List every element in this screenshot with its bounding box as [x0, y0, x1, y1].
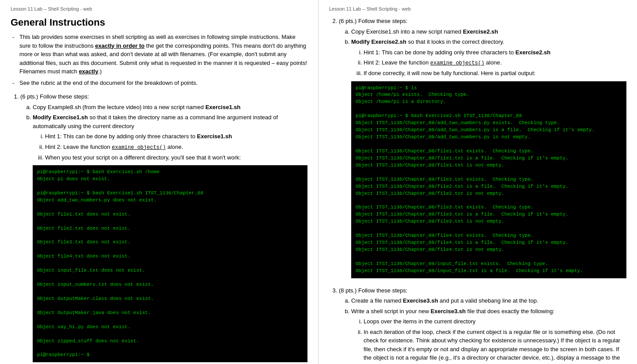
q3-roman-list: Loops over the items in the current dire… [351, 317, 626, 364]
q2-b: Modify Exercise2.sh so that it looks in … [351, 38, 626, 278]
q3-sub-1: Loops over the items in the current dire… [364, 317, 626, 326]
q2-hint1: Hint 1: This can be done by adding only … [364, 48, 626, 57]
q1-hint3: When you test your script on a different… [45, 153, 307, 162]
right-page: Lesson 11 Lab – Shell Scripting - web (6… [318, 0, 637, 364]
left-page: Lesson 11 Lab – Shell Scripting - web Ge… [0, 0, 318, 364]
intro-item-1: This lab provides some exercises in shel… [11, 33, 307, 76]
q1-b: Modify Exercise1.sh so that it takes the… [33, 113, 307, 362]
intro-list: This lab provides some exercises in shel… [11, 33, 307, 87]
q2-alpha-list: Copy Exercise1.sh into a new script name… [339, 27, 626, 278]
q2-a: Copy Exercise1.sh into a new script name… [351, 27, 626, 36]
intro-item-2: See the rubric at the end of the documen… [11, 79, 307, 87]
question-3: (8 pts.) Follow these steps: Create a fi… [339, 286, 626, 364]
question-1: (6 pts.) Follow these steps: Copy Exampl… [20, 92, 307, 364]
terminal-2: pi@raspberrypi:~ $ ls Object /home/pi ex… [351, 81, 626, 278]
q2-roman-list: Hint 1: This can be done by adding only … [351, 48, 626, 78]
q2-hint3: If done correctly, it will now be fully … [364, 69, 626, 78]
left-header: Lesson 11 Lab – Shell Scripting - web [11, 6, 307, 11]
question-list: (6 pts.) Follow these steps: Copy Exampl… [11, 92, 307, 364]
q3-a: Create a file named Exercise3.sh and put… [351, 296, 626, 305]
right-question-list: (6 pts.) Follow these steps: Copy Exerci… [329, 17, 626, 364]
q1-a: Copy Example8.sh (from the lecture video… [33, 103, 307, 112]
question-2: (6 pts.) Follow these steps: Copy Exerci… [339, 17, 626, 278]
q1-hint2: Hint 2: Leave the function examine_objec… [45, 143, 307, 152]
q2-hint2: Hint 2: Leave the function examine_objec… [364, 58, 626, 67]
terminal-1: pi@raspberrypi:~ $ bash Exercise1.sh /ho… [33, 165, 307, 362]
q3-sub-2: In each iteration of the loop, check if … [364, 328, 626, 364]
q1-roman-list: Hint 1: This can be done by adding only … [33, 132, 307, 162]
q1-alpha-list: Copy Example8.sh (from the lecture video… [20, 103, 307, 363]
q3-b: Write a shell script in your new Exercis… [351, 307, 626, 364]
right-header: Lesson 11 Lab – Shell Scripting - web [329, 6, 626, 11]
page-title: General Instructions [11, 17, 307, 28]
q3-alpha-list: Create a file named Exercise3.sh and put… [339, 296, 626, 364]
q1-hint1: Hint 1: This can be done by adding only … [45, 132, 307, 141]
